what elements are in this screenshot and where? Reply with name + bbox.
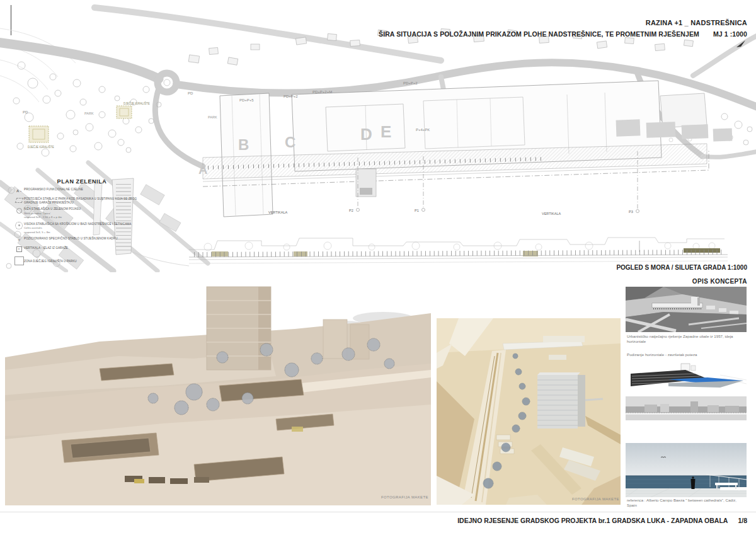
legend-item-sub: raspored 3x3 - 2,50 x 8 = p 4m (24, 216, 81, 219)
concept-caption-3: referenca : Alberto Campo Baeza " betwee… (627, 498, 747, 508)
zone-letter-b: B (238, 136, 249, 153)
label-playground-2: DJEČJE IGRALIŠTE (28, 145, 54, 149)
silhouette-strip (189, 238, 728, 263)
footer-title: IDEJNO RJESENJE GRADSKOG PROJEKTA br.1 G… (457, 517, 728, 524)
sheet-title-text: ŠIRA SITUACIJA S POLOŽAJNIM PRIKAZOM PLO… (379, 30, 699, 38)
label-park-1: PARK (84, 112, 94, 115)
legend-item-label: POZICIONIRANO SPECIFIČNO STABLO U STIJEŠ… (24, 237, 118, 241)
legend-item: VISOKA STABLAŠICA SA KROŠNJOM U BAZI NAD… (14, 222, 150, 234)
legend-item-sub: Nova prirodna 'Tipica' (24, 212, 81, 215)
legend-item: ZONA DJEČJEG IGRALIŠTA U PARKU (14, 258, 150, 264)
legend-item-label: POSTOJEĆA STABLA IZ PARKA KOD RASADNIKA … (24, 197, 150, 204)
zone-letter-e: E (381, 122, 391, 141)
legend-item-sub: Celtis australis (24, 226, 131, 229)
label-vertikala-1: VERTIKALA (268, 210, 287, 214)
contour-lines (0, 28, 76, 102)
legend-item-label: VERTIKALA - IZLAZ IZ GARAŽE (24, 246, 68, 250)
sheet-level-label: RAZINA +1 _ NADSTREŠNICA (369, 19, 747, 26)
legend-item: POSTOJEĆA STABLA IZ PARKA KOD RASADNIKA … (14, 197, 150, 204)
sheet-title: ŠIRA SITUACIJA S POLOŽAJNIM PRIKAZOM PLO… (180, 30, 747, 38)
concept-image-1957-aerial (626, 287, 747, 332)
concept-image-baeza-photo (626, 443, 747, 497)
playground-zones (29, 106, 132, 142)
label-p1: P1 (415, 209, 419, 212)
existing-tree-symbol (14, 198, 23, 203)
concept-caption-1: Urbanističko natječajno rješenje Zapadne… (627, 334, 747, 344)
legend-item: A - PROGRAMSKO FUNKCIONALNE CJELINE (14, 188, 150, 194)
zone-marker-symbol: A - (14, 188, 24, 194)
legend-item-label: NIŽA STABLAŠICA U ZELENOM POJASU (24, 207, 81, 210)
specific-tree-symbol: ✳ (14, 237, 24, 243)
concept-caption-2: Podizanje horizontale - završetak poteza (627, 352, 747, 357)
model-tower (207, 287, 271, 370)
label-p2: P2 (349, 209, 353, 212)
promenade-canopy (203, 144, 709, 197)
zone-letter-a: A (198, 163, 207, 176)
label-bldg-d: PD+P+2+M (312, 90, 332, 94)
high-tree-symbol (15, 222, 23, 229)
label-bldg-b: PD+P+5 (239, 98, 254, 102)
concept-image-model-elevation (626, 396, 747, 420)
legend-item: ✳ POZICIONIRANO SPECIFIČNO STABLO U STIJ… (14, 237, 150, 243)
label-pd-park: PD (23, 110, 28, 114)
zone-letter-d: D (360, 125, 372, 144)
north-arrow-icon (736, 39, 746, 48)
roundabout-island (164, 79, 170, 86)
garage-exit-symbol: × (16, 246, 22, 252)
model-photo-right (437, 318, 621, 505)
legend-item: NIŽA STABLAŠICA U ZELENOM POJASU Nova pr… (14, 207, 150, 219)
photo-caption-left: FOTOGRAFIJA MAKETE (353, 495, 428, 499)
footer-rule (0, 512, 756, 512)
legend-item-label: VISOKA STABLAŠICA SA KROŠNJOM U BAZI NAD… (24, 222, 131, 226)
label-bldg-c: PD+P+2 (284, 95, 298, 98)
playground-zone-symbol (14, 256, 24, 265)
label-playground-1: DJEČJE IGRALIŠTE (123, 101, 150, 105)
zone-letter-c: C (285, 134, 295, 151)
low-tree-symbol (16, 208, 22, 214)
sheet-scale: MJ 1 :1000 (713, 30, 747, 38)
legend-item-label: PROGRAMSKO FUNKCIONALNE CJELINE (24, 188, 83, 192)
label-pd: PD (188, 91, 193, 95)
legend-item-label: ZONA DJEČJEG IGRALIŠTA U PARKU (24, 258, 77, 263)
sheet-footer: IDEJNO RJESENJE GRADSKOG PROJEKTA br.1 G… (180, 517, 747, 524)
legend-plan-zelenila: PLAN ZELENILA A - PROGRAMSKO FUNKCIONALN… (14, 178, 150, 267)
label-park-2: PARK (208, 115, 217, 119)
concept-heading: OPIS KONCEPTA (558, 278, 747, 285)
legend-title: PLAN ZELENILA (14, 178, 150, 185)
section-caption: POGLED S MORA / SILUETA GRADA 1:1000 (432, 264, 747, 271)
label-p3: P3 (629, 210, 633, 214)
presentation-sheet: { "header": { "level_label": "RAZINA +1 … (0, 0, 756, 535)
footer-page-number: 1/8 (738, 517, 747, 524)
label-vertikala-2: VERTIKALA (542, 212, 561, 216)
legend-item-sub: raspored 3x3, 5 + 8m (24, 231, 131, 234)
label-bldg-f: P+4+PK (416, 128, 430, 132)
photo-caption-right: FOTOGRAFIJA MAKETE (545, 497, 619, 501)
legend-item: × VERTIKALA - IZLAZ IZ GARAŽE (14, 246, 150, 253)
label-bldg-e: PD+P+2 (403, 81, 418, 85)
model-photo-left (5, 275, 431, 505)
concept-image-blue-render (626, 362, 747, 395)
